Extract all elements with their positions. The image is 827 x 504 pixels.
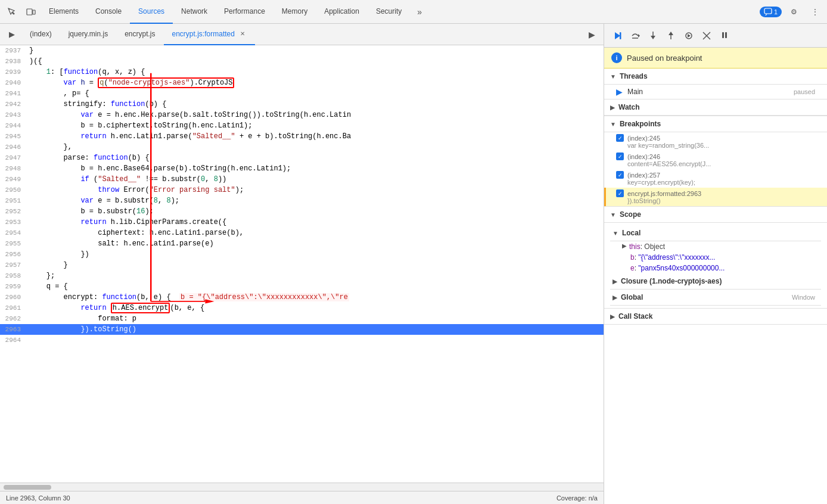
tab-sources[interactable]: Sources [130,0,173,24]
code-line-2946: 2946 }, [0,142,604,153]
scroll-thumb[interactable] [4,485,51,490]
pause-on-exceptions-button[interactable] [716,27,733,44]
code-line-2963: 2963 }).toString() [0,324,604,335]
code-line-2937: 2937 } [0,45,604,56]
step-over-button[interactable] [627,27,643,44]
bp-row-4: encrypt.js:formatted:2963 [616,189,815,197]
bp-check-2[interactable] [616,153,624,160]
bp-file-2: (index):246 [627,153,660,160]
svg-marker-8 [638,34,640,38]
breakpoints-header[interactable]: Breakpoints [604,116,827,132]
sources-tab-encrypt-formatted[interactable]: encrypt.js:formatted ✕ [164,24,255,45]
inspect-icon[interactable] [2,2,21,21]
step-out-button[interactable] [663,27,679,44]
settings-icon[interactable]: ⚙ [784,2,803,21]
scope-header[interactable]: Scope [604,207,827,223]
left-panel: ▶ (index) jquery.min.js encrypt.js encry… [0,24,604,504]
code-line-2962: 2962 format: p [0,313,604,324]
more-tabs-icon[interactable]: » [410,2,429,21]
paused-text: Paused on breakpoint [627,54,702,63]
code-line-2960: 2960 encrypt: function(b, e) { b = "{\"a… [0,292,604,303]
scope-item-this[interactable]: ▶ this: Object [622,241,821,252]
callstack-header[interactable]: Call Stack [604,309,827,325]
bp-check-4[interactable] [616,189,624,197]
code-line-2950: 2950 throw Error("Error parsing salt"); [0,185,604,195]
watch-label: Watch [618,103,640,111]
close-tab-icon[interactable]: ✕ [238,30,247,38]
code-line-2959: 2959 q = { [0,281,604,292]
deactivate-breakpoints-button[interactable] [698,27,715,44]
code-line-2957: 2957 } [0,260,604,270]
step-into-button[interactable] [645,27,661,44]
code-line-2945: 2945 return h.enc.Latin1.parse("Salted__… [0,131,604,142]
breakpoints-section: Breakpoints (index):245 var key=random_s… [604,116,827,207]
bp-code-4: }).toString() [616,197,815,204]
sources-tab-jquery[interactable]: jquery.min.js [60,24,116,45]
thread-main[interactable]: ▶ Main paused [604,85,827,99]
svg-marker-15 [688,34,691,38]
bp-code-2: content=AES256.encrypt(J... [616,160,815,167]
tab-scroll-right-icon[interactable]: ▶ [582,25,601,44]
status-bar: Line 2963, Column 30 Coverage: n/a [0,491,604,504]
code-line-2942: 2942 stringify: function(b) { [0,99,604,110]
show-navigator-icon[interactable]: ▶ [2,25,21,44]
breakpoint-item-4[interactable]: encrypt.js:formatted:2963 }).toString() [604,188,827,206]
bp-row-2: (index):246 [616,153,815,160]
bp-row-3: (index):257 [616,171,815,179]
breakpoints-label: Breakpoints [620,120,661,128]
this-triangle[interactable]: ▶ [622,242,627,249]
code-line-2944: 2944 b = b.ciphertext.toString(h.enc.Lat… [0,120,604,131]
threads-section-header[interactable]: Threads [604,69,827,85]
watch-section-header[interactable]: Watch [604,99,827,116]
tab-security[interactable]: Security [368,0,410,24]
svg-rect-1 [33,10,35,14]
tab-elements[interactable]: Elements [41,0,87,24]
sources-tab-index[interactable]: (index) [21,24,60,45]
tab-performance[interactable]: Performance [216,0,273,24]
right-panel-content[interactable]: i Paused on breakpoint Threads ▶ Main pa… [604,48,827,504]
tab-console[interactable]: Console [87,0,130,24]
svg-rect-0 [27,9,32,15]
svg-rect-2 [764,8,772,14]
bp-check-1[interactable] [616,134,624,142]
svg-rect-19 [725,32,727,38]
more-options-icon[interactable]: ⋮ [806,2,825,21]
global-scope-header[interactable]: Global Window [610,290,821,306]
thread-status: paused [794,88,815,95]
resume-button[interactable] [609,27,626,44]
scope-triangle [610,211,616,218]
code-line-2939: 2939 1: [function(q, x, z) { [0,67,604,77]
sources-tab-encrypt[interactable]: encrypt.js [116,24,163,45]
breakpoint-item-1[interactable]: (index):245 var key=random_string(36... [604,132,827,151]
tab-memory[interactable]: Memory [273,0,316,24]
code-editor[interactable]: 2937 } 2938 )({ 2939 1: [function(q, x, … [0,45,604,483]
tab-network[interactable]: Network [173,0,216,24]
breakpoint-item-3[interactable]: (index):257 key=crypt.encrypt(key); [604,169,827,188]
watch-triangle [610,104,615,111]
closure-triangle [613,278,617,285]
bp-check-3[interactable] [616,171,624,179]
bp-code-1: var key=random_string(36... [616,142,815,149]
code-line-2940: 2940 var h = q("node-cryptojs-aes").Cryp… [0,77,604,88]
main-layout: ▶ (index) jquery.min.js encrypt.js encry… [0,24,827,504]
callstack-triangle [610,313,615,320]
code-line-2938: 2938 )({ [0,56,604,67]
local-scope-header[interactable]: Local [610,225,821,241]
callstack-label: Call Stack [618,312,652,321]
code-line-2951: 2951 var e = b.substr(8, 8); [0,195,604,206]
coverage-status: Coverage: n/a [556,494,598,502]
info-icon: i [611,52,622,63]
scope-item-e: e: "panx5ns40xs000000000... [622,263,821,273]
local-scope-items: ▶ this: Object b: "{\"address\":\"xxxxxx… [610,241,821,273]
chat-badge[interactable]: 1 [760,7,782,17]
code-line-2956: 2956 }) [0,249,604,260]
step-button[interactable] [680,27,697,44]
device-toggle-icon[interactable] [21,2,41,21]
svg-marker-6 [615,32,620,39]
horizontal-scrollbar[interactable] [0,483,604,491]
breakpoint-item-2[interactable]: (index):246 content=AES256.encrypt(J... [604,151,827,169]
closure-scope-header[interactable]: Closure (1.node-cryptojs-aes) [610,273,821,290]
watch-section: Watch [604,99,827,116]
tab-application[interactable]: Application [316,0,368,24]
devtools-toolbar: Elements Console Sources Network Perform… [0,0,827,24]
